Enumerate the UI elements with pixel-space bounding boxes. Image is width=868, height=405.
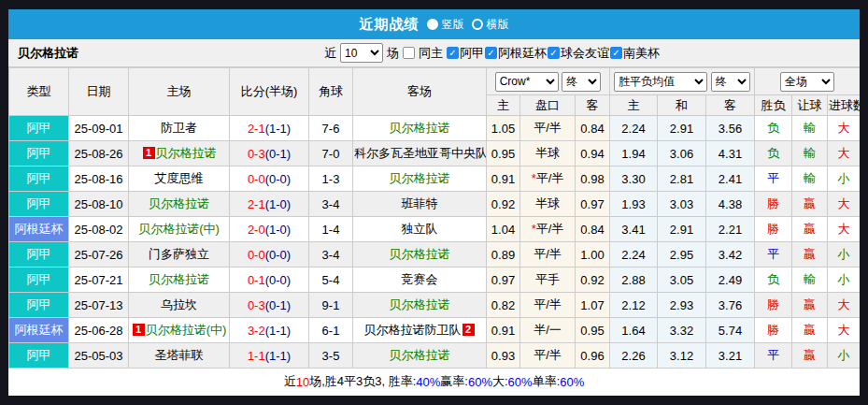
match-count-select[interactable]: 10	[340, 43, 383, 63]
fulltime-score: 0-3	[248, 147, 265, 161]
corners-cell: 3-5	[309, 343, 353, 369]
handicap-line: 半球	[535, 146, 560, 160]
home-team-cell: 贝尔格拉诺(中)	[129, 217, 230, 242]
filter-bar: 贝尔格拉诺 近 10 场 同主 ✓阿甲✓阿根廷杯✓球会友谊✓南美杯	[8, 39, 860, 67]
match-row: 阿甲25-09-01防卫者2-1(1-1)7-6贝尔格拉诺1.05平/半0.84…	[9, 116, 861, 141]
handicap-result-cell: 輸	[792, 116, 828, 141]
league-cell: 阿甲	[9, 166, 69, 192]
avg-home-cell: 2.26	[610, 343, 658, 369]
subcol-odds-line: 盘口	[520, 95, 576, 116]
competition-checkbox[interactable]: ✓	[548, 47, 560, 59]
summary-segment: 60%	[468, 375, 492, 389]
odds-line-cell: 半/一	[520, 318, 576, 343]
handicap-line: 平/半	[534, 247, 562, 261]
team-name: 乌拉坎	[161, 297, 197, 311]
handicap-line: 半/一	[534, 323, 562, 337]
home-team-cell: 1贝尔格拉诺	[129, 141, 230, 166]
odds-line-cell: 平/半	[520, 242, 576, 268]
avg-odds-select[interactable]: 胜平负均值	[614, 72, 707, 92]
avg-home-cell: 1.94	[610, 141, 658, 166]
odds-home-cell: 0.92	[487, 192, 520, 217]
odds-line-cell: 平/半	[520, 343, 576, 369]
result-cell: 平	[755, 166, 792, 192]
scope-header: 全场	[755, 68, 860, 95]
home-team-cell: 贝尔格拉诺	[129, 268, 230, 293]
goals-result-cell: 大	[828, 192, 860, 217]
score-cell: 0-3(0-1)	[230, 293, 309, 318]
fulltime-score: 0-1	[248, 273, 265, 287]
page-title: 近期战绩	[360, 16, 420, 34]
match-row: 阿甲25-07-13乌拉坎0-3(0-1)9-1贝尔格拉诺0.82平/半1.07…	[9, 293, 861, 318]
corners-cell: 3-4	[309, 242, 353, 268]
odds-away-cell: 0.84	[576, 116, 610, 141]
avg-home-cell: 1.93	[610, 192, 658, 217]
avg-home-cell: 2.88	[610, 268, 658, 293]
avg-home-cell: 3.41	[610, 217, 658, 242]
league-cell: 阿甲	[9, 242, 69, 268]
avg-away-cell: 3.42	[706, 242, 755, 268]
fulltime-score: 0-0	[248, 172, 265, 186]
fulltime-score: 1-1	[248, 349, 265, 363]
view-option-vertical[interactable]: 竖版	[427, 17, 464, 33]
avg-home-cell: 1.64	[610, 318, 658, 343]
avg-draw-cell: 3.12	[658, 343, 706, 369]
odds-away-cell: 0.98	[576, 166, 610, 192]
odds-line-cell: *平/半	[520, 166, 576, 192]
home-team-cell: 艾度思维	[129, 166, 230, 192]
team-name: 贝尔格拉诺(中)	[138, 222, 220, 236]
odds-home-cell: 0.91	[487, 166, 520, 192]
odds-away-cell: 0.97	[576, 192, 610, 217]
avg-away-cell: 2.21	[706, 217, 755, 242]
handicap-result-cell: 輸	[792, 141, 828, 166]
halftime-score: (1-1)	[265, 122, 291, 136]
corners-cell: 1-3	[309, 166, 353, 192]
odds-company-select[interactable]: Crow*	[495, 72, 559, 92]
recent-label: 近	[324, 45, 336, 62]
score-cell: 0-0(0-0)	[230, 166, 309, 192]
competition-label: 球会友谊	[561, 45, 609, 62]
date-cell: 25-09-01	[69, 116, 129, 141]
col-header-home: 主场	[129, 68, 230, 116]
same-home-checkbox[interactable]	[403, 47, 415, 59]
results-tbody: 阿甲25-09-01防卫者2-1(1-1)7-6贝尔格拉诺1.05平/半0.84…	[9, 116, 861, 369]
score-cell: 0-3(0-1)	[230, 141, 309, 166]
summary-segment: 60%	[560, 375, 584, 389]
score-cell: 0-0(0-0)	[230, 242, 309, 268]
competition-checkbox[interactable]: ✓	[485, 47, 497, 59]
halftime-score: (1-0)	[265, 223, 291, 237]
summary-segment: 40%	[416, 375, 440, 389]
title-bar: 近期战绩 竖版 横版	[8, 9, 860, 39]
away-team-cell: 贝尔格拉诺	[353, 166, 487, 192]
odds-home-cell: 0.95	[487, 141, 520, 166]
date-cell: 25-07-13	[69, 293, 129, 318]
odds-company-time-select[interactable]: 终	[562, 72, 601, 92]
team-name: 贝尔格拉诺	[149, 196, 209, 210]
radio-vertical-icon[interactable]	[427, 19, 438, 30]
match-row: 阿甲25-08-261贝尔格拉诺0-3(0-1)7-0科尔多瓦圣地亚哥中央队0.…	[9, 141, 861, 166]
subcol-handicap: 让球	[792, 95, 828, 116]
fulltime-score: 3-2	[248, 324, 265, 338]
goals-result-cell: 小	[828, 242, 860, 268]
home-team-cell: 圣塔菲联	[129, 343, 230, 369]
fulltime-score: 2-1	[248, 122, 265, 136]
competition-label: 阿根廷杯	[498, 45, 547, 62]
handicap-line: 平/半	[534, 121, 562, 135]
odds-line-cell: 平手	[520, 268, 576, 293]
radio-horizontal-icon[interactable]	[472, 19, 483, 30]
goals-result-cell: 大	[828, 116, 860, 141]
avg-draw-cell: 2.81	[658, 166, 706, 192]
competition-checkbox[interactable]: ✓	[610, 47, 622, 59]
avg-away-cell: 3.21	[706, 343, 755, 369]
scope-select[interactable]: 全场	[780, 72, 834, 92]
avg-odds-time-select[interactable]: 终	[711, 72, 750, 92]
match-row: 阿根廷杯25-08-02贝尔格拉诺(中)2-0(1-0)1-4独立队1.04*平…	[9, 217, 861, 242]
league-cell: 阿甲	[9, 343, 69, 369]
home-team-cell: 贝尔格拉诺	[129, 192, 230, 217]
view-option-horizontal[interactable]: 横版	[472, 17, 509, 33]
odds-line-cell: 平/半	[520, 116, 576, 141]
goals-result-cell: 大	[828, 141, 860, 166]
odds-company-header: Crow* 终	[487, 68, 610, 95]
away-team-cell: 贝尔格拉诺防卫队2	[353, 318, 487, 343]
away-team-cell: 贝尔格拉诺	[353, 242, 487, 268]
competition-checkbox[interactable]: ✓	[447, 47, 459, 59]
